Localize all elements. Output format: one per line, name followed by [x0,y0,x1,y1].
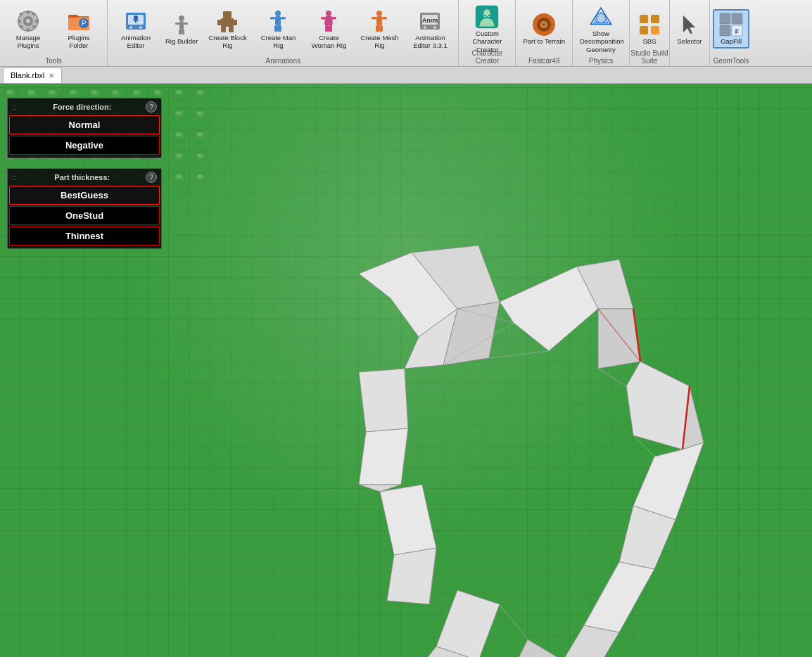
svg-rect-26 [175,23,179,25]
manage-plugins-icon [15,8,41,34]
svg-text:F: F [735,28,740,35]
svg-point-19 [139,26,142,29]
panel-thickness-title: Part thickness: [54,173,110,181]
bestguess-button[interactable]: BestGuess [9,186,160,205]
panel-force-help[interactable]: ? [146,101,157,113]
panel-force-header: :: Force direction: ? [9,100,160,114]
manage-plugins-label: Manage Plugins [7,34,49,50]
drag-handle-thickness: :: [12,174,16,181]
part-to-terrain-button[interactable]: Part to Terrain [519,11,569,46]
normal-button[interactable]: Normal [9,115,160,134]
svg-rect-29 [182,30,184,34]
thinnest-button[interactable]: Thinnest [9,227,160,245]
selector-label: Selector [678,37,702,45]
toolbar-group-fastcar: Part to Terrain Fastcar48 [516,0,573,66]
sbs-icon [637,12,662,37]
create-mesh-rig-label: Create Mesh Rig [358,34,400,50]
panel-force-direction: :: Force direction: ? Normal Negative [7,98,162,158]
svg-rect-49 [372,17,376,20]
svg-rect-4 [27,28,30,32]
toolbar-group-sbs: SBS Studio Build Suite [630,0,670,66]
charcreator-group-label: Character Creator [459,49,515,65]
svg-text:CC: CC [483,12,490,18]
svg-point-24 [179,15,184,21]
drag-handle-force: :: [12,103,16,111]
svg-marker-72 [683,15,695,34]
create-mesh-rig-button[interactable]: Create Mesh Rig [354,7,405,51]
svg-rect-32 [221,27,226,32]
custom-character-creator-icon: CC [474,4,500,30]
physics-group-label: Physics [573,57,629,65]
sbs-button[interactable]: SBS [633,11,666,46]
create-man-rig-button[interactable]: Create Man Rig [253,7,303,51]
create-woman-rig-label: Create Woman Rig [307,34,350,50]
svg-point-56 [424,26,426,29]
animation-editor-33-button[interactable]: Anim Animation Editor 3.3.1 [405,7,455,51]
sbs-group-label: Studio Build Suite [630,49,669,65]
negative-button[interactable]: Negative [9,136,160,155]
create-man-rig-icon [265,8,291,34]
part-to-terrain-label: Part to Terrain [523,37,565,45]
plugins-folder-icon: P [66,8,91,34]
create-woman-rig-button[interactable]: Create Woman Rig [303,7,354,51]
selector-icon [677,12,702,37]
toolbar-group-animations: Animation Editor Rig Builder [108,0,459,66]
rig-builder-label: Rig Builder [165,37,198,45]
svg-text:P: P [82,20,87,27]
create-block-rig-label: Create Block Rig [206,34,248,50]
create-block-rig-icon [215,8,240,34]
create-man-rig-label: Create Man Rig [257,34,299,50]
svg-rect-52 [379,25,383,32]
svg-rect-48 [376,16,382,25]
animation-editor-button[interactable]: Animation Editor [110,7,161,51]
selector-button[interactable]: Selector [673,11,706,46]
svg-rect-6 [35,20,39,23]
tabbar: Blank.rbxl ✕ [0,67,812,84]
toolbar-group-charcreator: CC Custom Character Creator Character Cr… [459,0,516,66]
gapfill-button[interactable]: F GapFill [713,9,749,48]
svg-rect-35 [233,20,237,25]
panel-thickness-header: :: Part thickness: ? [9,170,160,184]
gapfill-icon: F [718,12,744,37]
svg-rect-5 [18,20,21,23]
create-block-rig-button[interactable]: Create Block Rig [202,7,253,51]
plugins-folder-label: Plugins Folder [58,34,100,50]
svg-rect-70 [640,26,648,34]
show-decomposition-button[interactable]: Show Decomposition Geometry [576,3,626,55]
svg-rect-39 [281,17,286,20]
svg-rect-44 [331,17,336,20]
animation-editor-33-icon: Anim [417,8,443,34]
svg-text:Anim: Anim [422,17,438,24]
svg-rect-73 [720,13,730,24]
svg-point-57 [433,26,436,29]
sbs-label: SBS [642,37,656,45]
svg-rect-25 [179,21,184,30]
svg-rect-34 [217,20,222,25]
fastcar-group-label: Fastcar48 [516,57,572,65]
rig-builder-icon [169,12,194,37]
svg-rect-38 [270,17,275,20]
rig-builder-button[interactable]: Rig Builder [161,11,202,46]
onestud-button[interactable]: OneStud [9,206,160,225]
custom-character-creator-button[interactable]: CC Custom Character Creator [462,3,512,55]
svg-point-47 [376,11,382,16]
plugins-folder-button[interactable]: P Plugins Folder [53,7,104,51]
toolbar-group-selector: Selector [670,0,710,66]
manage-plugins-button[interactable]: Manage Plugins [3,7,53,51]
svg-rect-71 [651,26,659,34]
svg-point-42 [326,11,331,16]
animations-group-label: Animations [108,57,458,65]
svg-rect-46 [329,25,332,32]
panel-part-thickness: :: Part thickness: ? BestGuess OneStud T… [7,168,162,249]
svg-rect-28 [179,30,182,34]
tools-group-label: Tools [0,57,107,65]
blank-rbxl-tab-label: Blank.rbxl [11,71,44,79]
svg-point-67 [596,13,606,23]
toolbar: Manage Plugins P Plugins Folder Tools [0,0,812,67]
animation-editor-33-label: Animation Editor 3.3.1 [409,34,451,50]
svg-point-64 [543,23,545,26]
blank-rbxl-tab-close[interactable]: ✕ [49,72,54,79]
blank-rbxl-tab[interactable]: Blank.rbxl ✕ [3,68,62,83]
svg-point-36 [275,11,281,16]
panel-thickness-help[interactable]: ? [146,172,157,183]
